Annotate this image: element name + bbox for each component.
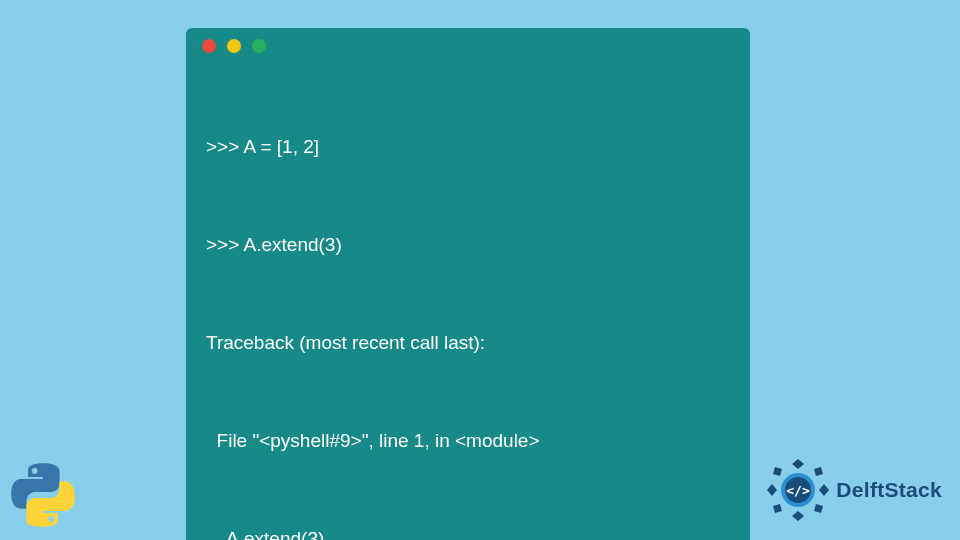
delftstack-badge-icon: </>	[766, 458, 830, 522]
code-line: Traceback (most recent call last):	[206, 327, 730, 360]
svg-text:</>: </>	[787, 483, 811, 498]
svg-marker-3	[819, 484, 829, 496]
minimize-dot-icon	[227, 39, 241, 53]
code-line: A.extend(3)	[206, 523, 730, 540]
terminal-titlebar	[186, 28, 750, 64]
terminal-window: >>> A = [1, 2] >>> A.extend(3) Traceback…	[186, 28, 750, 540]
svg-marker-4	[773, 467, 782, 476]
code-line: File "<pyshell#9>", line 1, in <module>	[206, 425, 730, 458]
svg-marker-6	[773, 504, 782, 513]
python-logo-icon	[10, 462, 76, 528]
svg-marker-7	[814, 504, 823, 513]
svg-marker-0	[792, 459, 804, 469]
svg-marker-1	[792, 511, 804, 521]
close-dot-icon	[202, 39, 216, 53]
delftstack-label: DelftStack	[836, 478, 942, 502]
maximize-dot-icon	[252, 39, 266, 53]
code-line: >>> A = [1, 2]	[206, 131, 730, 164]
code-line: >>> A.extend(3)	[206, 229, 730, 262]
delftstack-logo: </> DelftStack	[766, 458, 942, 522]
svg-marker-2	[767, 484, 777, 496]
svg-marker-5	[814, 467, 823, 476]
terminal-content: >>> A = [1, 2] >>> A.extend(3) Traceback…	[186, 64, 750, 540]
